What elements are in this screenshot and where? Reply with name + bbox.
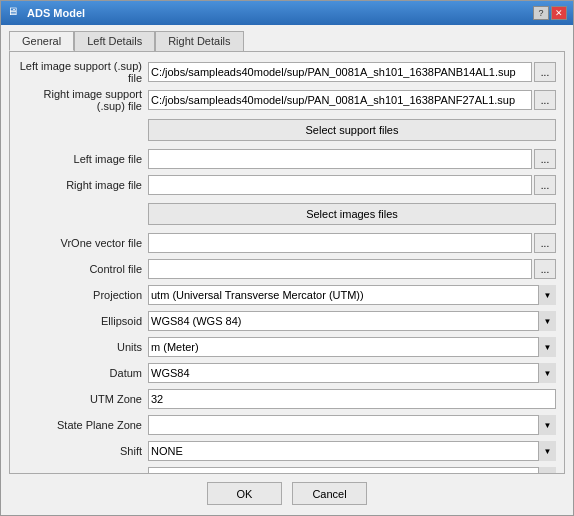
control-browse-button[interactable]: ... [534,259,556,279]
left-image-input[interactable] [148,149,532,169]
vertical-select-wrapper: NONE ▼ [148,467,556,474]
datum-select-wrapper: WGS84 ▼ [148,363,556,383]
datum-label: Datum [18,367,148,379]
left-sup-label: Left image support (.sup) file [18,60,148,84]
ellipsoid-label: Ellipsoid [18,315,148,327]
select-images-container: Select images files [18,200,556,228]
content-area: General Left Details Right Details Left … [1,25,573,515]
tab-content-general: Left image support (.sup) file ... Right… [9,51,565,474]
select-images-files-button[interactable]: Select images files [148,203,556,225]
datum-row: Datum WGS84 ▼ [18,362,556,384]
units-select[interactable]: m (Meter) [148,337,556,357]
title-bar-left: 🖥 ADS Model [7,5,85,21]
close-button[interactable]: ✕ [551,6,567,20]
ellipsoid-select-wrapper: WGS84 (WGS 84) ▼ [148,311,556,331]
title-buttons: ? ✕ [533,6,567,20]
control-input[interactable] [148,259,532,279]
vertical-label: Vertical [18,471,148,474]
vertical-select[interactable]: NONE [148,467,556,474]
left-sup-row: Left image support (.sup) file ... [18,60,556,84]
shift-select-wrapper: NONE ▼ [148,441,556,461]
units-select-wrapper: m (Meter) ▼ [148,337,556,357]
control-row: Control file ... [18,258,556,280]
tab-general[interactable]: General [9,31,74,51]
vrone-browse-button[interactable]: ... [534,233,556,253]
right-sup-input[interactable] [148,90,532,110]
ellipsoid-select[interactable]: WGS84 (WGS 84) [148,311,556,331]
title-bar: 🖥 ADS Model ? ✕ [1,1,573,25]
left-sup-input[interactable] [148,62,532,82]
shift-select[interactable]: NONE [148,441,556,461]
right-image-row: Right image file ... [18,174,556,196]
left-image-label: Left image file [18,153,148,165]
ok-button[interactable]: OK [207,482,282,505]
projection-select-wrapper: utm (Universal Transverse Mercator (UTM)… [148,285,556,305]
right-image-browse-button[interactable]: ... [534,175,556,195]
footer-buttons: OK Cancel [9,482,565,509]
left-image-browse-button[interactable]: ... [534,149,556,169]
utm-zone-label: UTM Zone [18,393,148,405]
ellipsoid-row: Ellipsoid WGS84 (WGS 84) ▼ [18,310,556,332]
tab-left-details[interactable]: Left Details [74,31,155,51]
vrone-row: VrOne vector file ... [18,232,556,254]
vrone-label: VrOne vector file [18,237,148,249]
vertical-row: Vertical NONE ▼ [18,466,556,474]
right-sup-row: Right image support (.sup) file ... [18,88,556,112]
window-title: ADS Model [27,7,85,19]
right-image-input[interactable] [148,175,532,195]
projection-row: Projection utm (Universal Transverse Mer… [18,284,556,306]
cancel-button[interactable]: Cancel [292,482,367,505]
state-plane-select[interactable] [148,415,556,435]
tab-bar: General Left Details Right Details [9,31,565,51]
right-sup-browse-button[interactable]: ... [534,90,556,110]
shift-row: Shift NONE ▼ [18,440,556,462]
datum-select[interactable]: WGS84 [148,363,556,383]
help-button[interactable]: ? [533,6,549,20]
tab-right-details[interactable]: Right Details [155,31,243,51]
state-plane-select-wrapper: ▼ [148,415,556,435]
utm-zone-input[interactable] [148,389,556,409]
state-plane-row: State Plane Zone ▼ [18,414,556,436]
main-window: 🖥 ADS Model ? ✕ General Left Details Rig… [0,0,574,516]
utm-zone-row: UTM Zone [18,388,556,410]
units-row: Units m (Meter) ▼ [18,336,556,358]
right-sup-label: Right image support (.sup) file [18,88,148,112]
left-sup-browse-button[interactable]: ... [534,62,556,82]
right-image-label: Right image file [18,179,148,191]
state-plane-label: State Plane Zone [18,419,148,431]
shift-label: Shift [18,445,148,457]
units-label: Units [18,341,148,353]
select-support-container: Select support files [18,116,556,144]
control-label: Control file [18,263,148,275]
vrone-input[interactable] [148,233,532,253]
projection-label: Projection [18,289,148,301]
window-icon: 🖥 [7,5,23,21]
select-support-files-button[interactable]: Select support files [148,119,556,141]
left-image-row: Left image file ... [18,148,556,170]
projection-select[interactable]: utm (Universal Transverse Mercator (UTM)… [148,285,556,305]
